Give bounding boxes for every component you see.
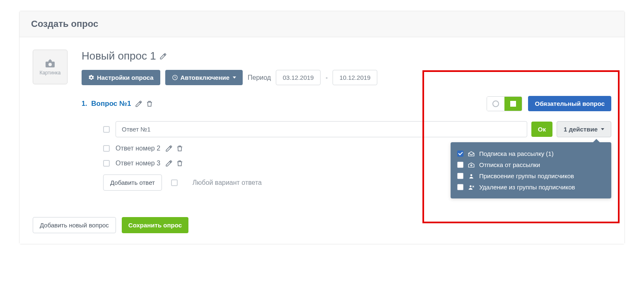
action-label: Присвоение группы подписчиков bbox=[479, 172, 574, 179]
add-answer-label: Добавить ответ bbox=[110, 179, 155, 186]
add-answer-button[interactable]: Добавить ответ bbox=[103, 174, 162, 191]
action-assign-group[interactable]: Присвоение группы подписчиков bbox=[456, 170, 605, 182]
answer-text: Ответ номер 3 bbox=[116, 160, 160, 167]
image-upload-box[interactable]: Картинка bbox=[33, 50, 68, 84]
action-label: Отписка от рассылки bbox=[479, 161, 540, 168]
radio-icon bbox=[492, 100, 499, 107]
action-checkbox[interactable] bbox=[457, 173, 463, 179]
poll-settings-label: Настройки опроса bbox=[97, 74, 154, 81]
delete-question-icon[interactable] bbox=[146, 100, 153, 108]
action-checkbox[interactable] bbox=[457, 184, 463, 190]
action-unsubscribe[interactable]: Отписка от рассылки bbox=[456, 159, 605, 170]
auto-enable-label: Автовключение bbox=[181, 74, 230, 81]
date-separator: - bbox=[326, 74, 328, 81]
poll-settings-button[interactable]: Настройки опроса bbox=[82, 70, 160, 85]
svg-point-4 bbox=[470, 174, 473, 176]
create-poll-panel: Создать опрос Картинка Новый опрос 1 bbox=[19, 11, 625, 244]
any-answer-checkbox[interactable] bbox=[171, 179, 178, 186]
question-number: 1. bbox=[82, 100, 87, 108]
mail-out-icon bbox=[468, 162, 475, 168]
answer-text-input[interactable] bbox=[116, 121, 527, 137]
answer-row-editing: Ок 1 действие bbox=[103, 121, 611, 137]
user-icon bbox=[468, 173, 475, 179]
answer-ok-label: Ок bbox=[538, 126, 546, 133]
edit-title-icon[interactable] bbox=[159, 53, 167, 60]
checkbox-icon bbox=[510, 101, 516, 107]
actions-dropdown: Подписка на рассылку (1) Отписка от расс… bbox=[451, 142, 611, 198]
required-question-button[interactable]: Обязательный вопрос bbox=[528, 96, 611, 111]
save-poll-label: Сохранить опрос bbox=[128, 222, 182, 229]
add-question-label: Добавить новый вопрос bbox=[40, 222, 109, 229]
user-remove-icon bbox=[468, 184, 475, 190]
required-question-label: Обязательный вопрос bbox=[535, 100, 605, 107]
answer-text: Ответ номер 2 bbox=[116, 145, 160, 152]
delete-answer-icon[interactable] bbox=[176, 145, 183, 152]
panel-header: Создать опрос bbox=[19, 11, 625, 37]
answer-drag-handle[interactable] bbox=[103, 145, 110, 152]
chevron-down-icon bbox=[601, 128, 604, 130]
svg-point-2 bbox=[48, 63, 52, 66]
save-poll-button[interactable]: Сохранить опрос bbox=[122, 217, 188, 233]
clock-icon bbox=[172, 74, 178, 81]
period-label: Период bbox=[248, 74, 271, 81]
action-label: Удаление из группы подписчиков bbox=[479, 184, 575, 191]
action-label: Подписка на рассылку (1) bbox=[479, 150, 554, 157]
svg-rect-1 bbox=[48, 60, 52, 62]
add-question-button[interactable]: Добавить новый вопрос bbox=[33, 217, 116, 233]
question-title: Вопрос №1 bbox=[91, 100, 131, 108]
answer-drag-handle[interactable] bbox=[103, 160, 110, 167]
delete-answer-icon[interactable] bbox=[176, 160, 183, 167]
mail-open-icon bbox=[468, 151, 475, 157]
camera-upload-icon bbox=[44, 58, 56, 68]
edit-answer-icon[interactable] bbox=[165, 145, 173, 152]
edit-question-icon[interactable] bbox=[135, 100, 142, 108]
auto-enable-button[interactable]: Автовключение bbox=[165, 70, 243, 85]
image-upload-label: Картинка bbox=[39, 70, 60, 76]
action-checkbox[interactable] bbox=[457, 150, 463, 157]
radio-type-option[interactable] bbox=[487, 97, 504, 111]
poll-title: Новый опрос 1 bbox=[82, 50, 156, 62]
svg-point-5 bbox=[470, 185, 472, 187]
answer-actions-label: 1 действие bbox=[564, 126, 598, 133]
panel-body: Картинка Новый опрос 1 Настройки опроса bbox=[19, 37, 625, 244]
action-subscribe[interactable]: Подписка на рассылку (1) bbox=[456, 148, 605, 159]
edit-answer-icon[interactable] bbox=[165, 160, 173, 167]
chevron-down-icon bbox=[233, 76, 236, 79]
page-title: Создать опрос bbox=[31, 19, 613, 29]
checkbox-type-option[interactable] bbox=[504, 97, 522, 111]
any-answer-label: Любой вариант ответа bbox=[193, 179, 262, 186]
gear-icon bbox=[88, 74, 94, 81]
action-checkbox[interactable] bbox=[457, 162, 463, 168]
answer-type-toggle[interactable] bbox=[487, 96, 522, 111]
answer-drag-handle[interactable] bbox=[103, 126, 110, 133]
answer-ok-button[interactable]: Ок bbox=[531, 122, 552, 137]
date-to-input[interactable] bbox=[333, 70, 377, 85]
answer-actions-button[interactable]: 1 действие bbox=[557, 121, 611, 137]
date-from-input[interactable] bbox=[276, 70, 321, 85]
action-remove-group[interactable]: Удаление из группы подписчиков bbox=[456, 182, 605, 193]
